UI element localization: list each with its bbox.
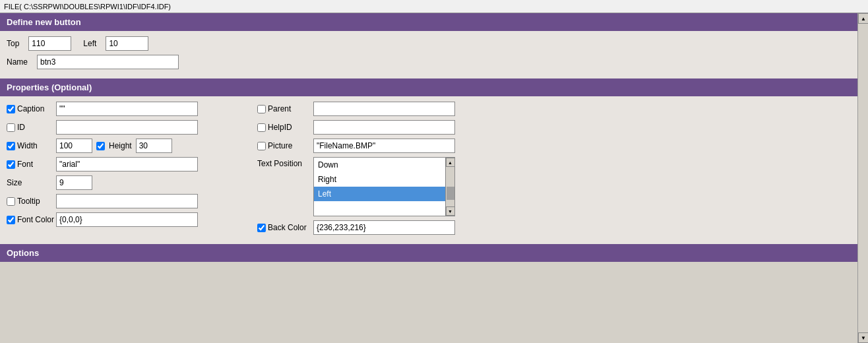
- caption-checkbox[interactable]: [7, 105, 15, 113]
- picture-label-group: Picture: [257, 141, 313, 150]
- define-section-title: Define new button: [7, 17, 81, 27]
- tooltip-label-group: Tooltip: [7, 197, 56, 206]
- content-area: Define new button Top Left Name Properti…: [0, 13, 857, 262]
- width-input[interactable]: [56, 139, 92, 153]
- name-row: Name: [7, 55, 851, 69]
- size-row: Size: [7, 175, 244, 190]
- options-section-header: Options: [0, 244, 857, 262]
- font-color-label-group: Font Color: [7, 215, 56, 224]
- id-label-group: ID: [7, 123, 56, 132]
- width-checkbox[interactable]: [7, 142, 15, 150]
- font-checkbox[interactable]: [7, 160, 15, 169]
- size-input[interactable]: [56, 175, 92, 190]
- main-wrapper: Define new button Top Left Name Properti…: [0, 13, 868, 343]
- list-scroll-up[interactable]: ▲: [446, 158, 455, 167]
- name-label: Name: [7, 57, 28, 67]
- listbox-scrollbar: ▲ ▼: [445, 158, 454, 216]
- text-position-label: Text Position: [257, 159, 302, 168]
- list-item-down[interactable]: Down: [314, 158, 445, 172]
- size-label-group: Size: [7, 178, 56, 187]
- parent-row: Parent: [257, 102, 851, 116]
- font-label-group: Font: [7, 160, 56, 169]
- properties-grid: Caption ID Width: [0, 96, 857, 244]
- width-label-group: Width: [7, 141, 56, 150]
- left-label: Left: [83, 39, 96, 48]
- helpid-label: HelpID: [268, 123, 292, 132]
- tooltip-row: Tooltip: [7, 194, 244, 208]
- list-scroll-down[interactable]: ▼: [446, 206, 455, 216]
- list-item-down-label: Down: [318, 160, 338, 170]
- caption-label-group: Caption: [7, 104, 56, 113]
- back-color-label-group: Back Color: [257, 223, 313, 232]
- define-section-header: Define new button: [0, 13, 857, 31]
- font-input[interactable]: [56, 157, 198, 172]
- right-col: Parent HelpID Picture: [251, 102, 851, 239]
- back-color-checkbox[interactable]: [257, 224, 266, 232]
- height-checkbox[interactable]: [96, 142, 105, 150]
- tooltip-input[interactable]: [56, 194, 198, 208]
- global-scrollbar: ▲ ▼: [857, 13, 868, 343]
- parent-label: Parent: [268, 104, 291, 113]
- back-color-label: Back Color: [268, 223, 307, 232]
- left-input[interactable]: [106, 36, 148, 51]
- helpid-checkbox[interactable]: [257, 123, 266, 132]
- properties-section-title: Properties (Optional): [7, 82, 92, 92]
- scroll-down-button[interactable]: ▼: [858, 332, 868, 343]
- caption-row: Caption: [7, 102, 244, 116]
- parent-label-group: Parent: [257, 104, 313, 113]
- width-height-row: Width Height: [7, 139, 244, 153]
- picture-label: Picture: [268, 141, 292, 150]
- properties-section-header: Properties (Optional): [0, 78, 857, 96]
- font-label: Font: [17, 160, 33, 169]
- list-scroll-thumb: [447, 187, 454, 200]
- picture-input[interactable]: [313, 139, 455, 153]
- id-row: ID: [7, 120, 244, 135]
- title-text: FILE( C:\SSRPWI\DOUBLES\RPWI1\IDF\IDF4.I…: [4, 3, 171, 11]
- width-label: Width: [17, 141, 38, 150]
- font-color-input[interactable]: [56, 212, 198, 227]
- list-item-left-label: Left: [318, 189, 331, 199]
- caption-input[interactable]: [56, 102, 198, 116]
- parent-input[interactable]: [313, 102, 455, 116]
- helpid-input[interactable]: [313, 120, 455, 135]
- height-input[interactable]: [136, 139, 172, 153]
- listbox-items: Down Right Left: [314, 158, 445, 216]
- list-item-left[interactable]: Left: [314, 187, 445, 201]
- back-color-row: Back Color: [257, 220, 851, 235]
- top-form-area: Top Left Name: [0, 31, 857, 78]
- tooltip-label: Tooltip: [17, 197, 40, 206]
- id-input[interactable]: [56, 120, 198, 135]
- id-checkbox[interactable]: [7, 123, 15, 132]
- top-label: Top: [7, 39, 19, 48]
- font-row: Font: [7, 157, 244, 172]
- height-label: Height: [109, 141, 132, 150]
- top-input[interactable]: [28, 36, 71, 51]
- picture-row: Picture: [257, 139, 851, 153]
- id-label: ID: [17, 123, 25, 132]
- options-section-title: Options: [7, 248, 39, 258]
- caption-label: Caption: [17, 104, 44, 113]
- helpid-row: HelpID: [257, 120, 851, 135]
- helpid-label-group: HelpID: [257, 123, 313, 132]
- font-color-checkbox[interactable]: [7, 216, 15, 224]
- tooltip-checkbox[interactable]: [7, 197, 15, 206]
- text-position-label-group: Text Position: [257, 159, 313, 168]
- font-color-row: Font Color: [7, 212, 244, 227]
- scroll-up-button[interactable]: ▲: [858, 13, 868, 24]
- list-item-right-label: Right: [318, 175, 336, 184]
- parent-checkbox[interactable]: [257, 105, 266, 113]
- left-col: Caption ID Width: [7, 102, 251, 239]
- list-item-right[interactable]: Right: [314, 172, 445, 187]
- font-color-label: Font Color: [17, 215, 54, 224]
- name-input[interactable]: [37, 55, 179, 69]
- list-scroll-track: [446, 167, 454, 206]
- top-left-row: Top Left: [7, 36, 851, 51]
- picture-checkbox[interactable]: [257, 142, 266, 150]
- title-bar: FILE( C:\SSRPWI\DOUBLES\RPWI1\IDF\IDF4.I…: [0, 0, 868, 13]
- text-position-row: Text Position Down Right Left: [257, 157, 851, 216]
- back-color-input[interactable]: [313, 220, 455, 235]
- text-position-listbox[interactable]: Down Right Left ▲: [313, 157, 455, 216]
- width-height-inputs: Height: [56, 139, 172, 153]
- scroll-track: [858, 24, 868, 332]
- size-label: Size: [7, 178, 22, 187]
